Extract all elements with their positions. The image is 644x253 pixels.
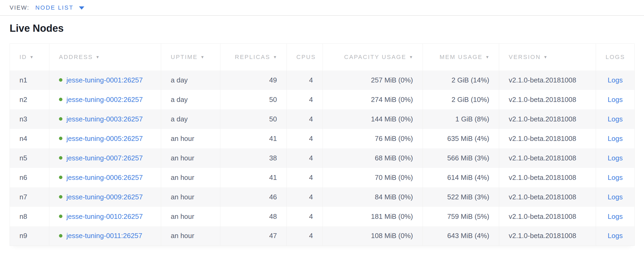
logs-link[interactable]: Logs [608, 212, 623, 220]
col-header-label: LOGS [606, 54, 625, 60]
node-id-cell: n4 [10, 129, 49, 148]
table-row: n7 jesse-tuning-0009:26257 an hour 46 4 … [10, 187, 635, 207]
node-address-cell: jesse-tuning-0003:26257 [49, 109, 161, 129]
node-address-link[interactable]: jesse-tuning-0002:26257 [66, 96, 143, 104]
node-address-cell: jesse-tuning-0006:26257 [49, 168, 161, 187]
node-address-cell: jesse-tuning-0002:26257 [49, 90, 161, 109]
col-header-logs: LOGS [596, 44, 635, 70]
node-address-link[interactable]: jesse-tuning-0006:26257 [66, 173, 143, 181]
replicas-cell: 38 [220, 148, 287, 168]
node-id-cell: n6 [10, 168, 49, 187]
table-row: n8 jesse-tuning-0010:26257 an hour 48 4 … [10, 207, 635, 226]
mem-usage-cell: 635 MiB (4%) [423, 129, 499, 148]
logs-link[interactable]: Logs [608, 96, 623, 104]
uptime-cell: a day [161, 109, 220, 129]
sort-desc-icon: ▼ [409, 55, 413, 59]
logs-link[interactable]: Logs [608, 173, 623, 181]
uptime-cell: a day [161, 90, 220, 109]
col-header-label: ID [19, 54, 27, 60]
table-row: n9 jesse-tuning-0011:26257 an hour 47 4 … [10, 226, 635, 246]
view-dropdown-value[interactable]: NODE LIST [35, 4, 73, 11]
col-header-id[interactable]: ID▼ [10, 44, 49, 70]
node-address-cell: jesse-tuning-0007:26257 [49, 148, 161, 168]
col-header-mem-usage[interactable]: MEM USAGE▼ [423, 44, 499, 70]
node-healthy-icon [59, 215, 62, 218]
caret-down-icon[interactable] [79, 6, 84, 10]
live-nodes-table: ID▼ ADDRESS▼ UPTIME▼ REPLICAS▼ CPUS CAPA… [10, 44, 635, 246]
node-address-link[interactable]: jesse-tuning-0001:26257 [66, 76, 143, 84]
logs-link[interactable]: Logs [608, 193, 623, 201]
sort-desc-icon: ▼ [96, 55, 100, 59]
mem-usage-cell: 2 GiB (14%) [423, 70, 499, 90]
logs-cell: Logs [596, 207, 635, 226]
version-cell: v2.1.0-beta.20181008 [499, 187, 596, 207]
logs-link[interactable]: Logs [608, 115, 623, 123]
col-header-label: VERSION [509, 54, 541, 60]
uptime-cell: an hour [161, 129, 220, 148]
node-healthy-icon [59, 156, 62, 160]
logs-link[interactable]: Logs [608, 76, 623, 84]
uptime-cell: an hour [161, 148, 220, 168]
sort-desc-icon: ▼ [200, 55, 204, 59]
mem-usage-cell: 522 MiB (3%) [423, 187, 499, 207]
table-header-row: ID▼ ADDRESS▼ UPTIME▼ REPLICAS▼ CPUS CAPA… [10, 44, 635, 70]
table-row: n2 jesse-tuning-0002:26257 a day 50 4 27… [10, 90, 635, 109]
node-address-link[interactable]: jesse-tuning-0009:26257 [66, 193, 143, 201]
cpus-cell: 4 [287, 129, 323, 148]
version-cell: v2.1.0-beta.20181008 [499, 90, 596, 109]
node-address-cell: jesse-tuning-0009:26257 [49, 187, 161, 207]
logs-cell: Logs [596, 187, 635, 207]
replicas-cell: 41 [220, 129, 287, 148]
mem-usage-cell: 566 MiB (3%) [423, 148, 499, 168]
uptime-cell: an hour [161, 226, 220, 246]
col-header-capacity-usage[interactable]: CAPACITY USAGE▼ [323, 44, 423, 70]
sort-desc-icon: ▼ [485, 55, 489, 59]
logs-link[interactable]: Logs [608, 232, 623, 240]
node-address-link[interactable]: jesse-tuning-0003:26257 [66, 115, 143, 123]
version-cell: v2.1.0-beta.20181008 [499, 70, 596, 90]
mem-usage-cell: 643 MiB (4%) [423, 226, 499, 246]
node-address-link[interactable]: jesse-tuning-0011:26257 [66, 232, 142, 240]
cpus-cell: 4 [287, 187, 323, 207]
table-row: n6 jesse-tuning-0006:26257 an hour 41 4 … [10, 168, 635, 187]
page-title: Live Nodes [10, 22, 644, 34]
uptime-cell: an hour [161, 168, 220, 187]
logs-cell: Logs [596, 168, 635, 187]
cpus-cell: 4 [287, 168, 323, 187]
col-header-label: MEM USAGE [440, 54, 483, 60]
node-healthy-icon [59, 234, 62, 238]
node-id-cell: n2 [10, 90, 49, 109]
view-bar: VIEW: NODE LIST [0, 0, 644, 16]
col-header-label: REPLICAS [235, 54, 270, 60]
col-header-uptime[interactable]: UPTIME▼ [161, 44, 220, 70]
logs-link[interactable]: Logs [608, 135, 623, 143]
node-id-cell: n1 [10, 70, 49, 90]
capacity-usage-cell: 274 MiB (0%) [323, 90, 423, 109]
col-header-cpus[interactable]: CPUS [287, 44, 323, 70]
node-address-link[interactable]: jesse-tuning-0007:26257 [66, 154, 143, 162]
col-header-address[interactable]: ADDRESS▼ [49, 44, 161, 70]
node-address-link[interactable]: jesse-tuning-0005:26257 [66, 135, 143, 143]
node-id-cell: n3 [10, 109, 49, 129]
node-id-cell: n9 [10, 226, 49, 246]
col-header-replicas[interactable]: REPLICAS▼ [220, 44, 287, 70]
mem-usage-cell: 2 GiB (10%) [423, 90, 499, 109]
cpus-cell: 4 [287, 70, 323, 90]
mem-usage-cell: 614 MiB (4%) [423, 168, 499, 187]
logs-cell: Logs [596, 226, 635, 246]
node-address-cell: jesse-tuning-0010:26257 [49, 207, 161, 226]
node-healthy-icon [59, 176, 62, 179]
replicas-cell: 50 [220, 90, 287, 109]
logs-link[interactable]: Logs [608, 154, 623, 162]
cpus-cell: 4 [287, 90, 323, 109]
node-address-link[interactable]: jesse-tuning-0010:26257 [66, 212, 143, 220]
node-id-cell: n5 [10, 148, 49, 168]
cpus-cell: 4 [287, 148, 323, 168]
view-label: VIEW: [10, 4, 29, 11]
mem-usage-cell: 1 GiB (8%) [423, 109, 499, 129]
view-dropdown[interactable]: NODE LIST [35, 4, 84, 11]
capacity-usage-cell: 70 MiB (0%) [323, 168, 423, 187]
col-header-version[interactable]: VERSION▼ [499, 44, 596, 70]
version-cell: v2.1.0-beta.20181008 [499, 207, 596, 226]
capacity-usage-cell: 108 MiB (0%) [323, 226, 423, 246]
